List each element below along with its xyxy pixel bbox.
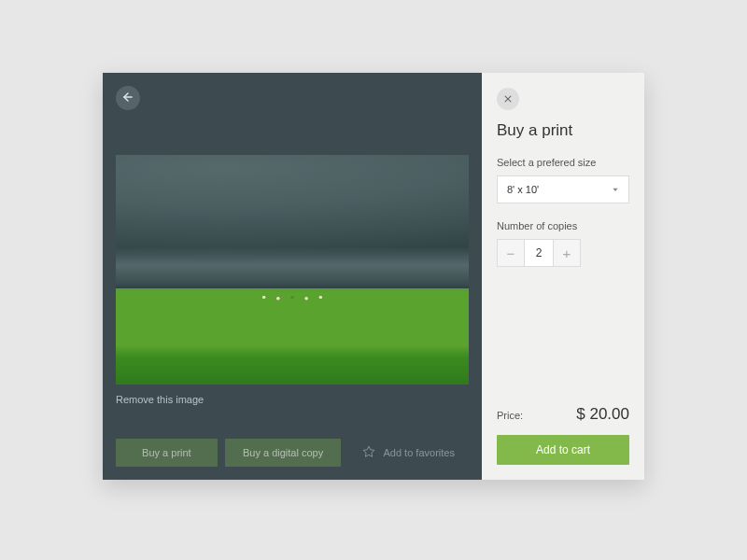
arrow-left-icon — [121, 91, 134, 106]
back-button[interactable] — [116, 86, 140, 110]
plus-icon: + — [563, 245, 571, 261]
price-value: $ 20.00 — [576, 405, 629, 424]
purchase-panel: Buy a print Select a prefered size 8' x … — [482, 73, 644, 480]
quantity-stepper: − 2 + — [497, 239, 581, 267]
buy-print-button[interactable]: Buy a print — [116, 439, 218, 467]
price-row: Price: $ 20.00 — [497, 405, 629, 424]
viewer-action-row: Buy a print Buy a digital copy Add to fa… — [116, 426, 469, 467]
preview-area: Remove this image — [116, 155, 469, 426]
chevron-down-icon — [612, 184, 619, 195]
remove-image-link[interactable]: Remove this image — [116, 394, 204, 405]
panel-title: Buy a print — [497, 121, 629, 140]
add-favorite-label: Add to favorites — [383, 447, 454, 458]
close-icon — [503, 92, 513, 106]
add-to-cart-button[interactable]: Add to cart — [497, 435, 629, 465]
purchase-modal: Remove this image Buy a print Buy a digi… — [103, 73, 644, 480]
quantity-increment[interactable]: + — [553, 239, 581, 267]
add-favorite-button[interactable]: Add to favorites — [348, 439, 469, 467]
close-button[interactable] — [497, 88, 519, 110]
quantity-value: 2 — [525, 239, 553, 267]
svg-marker-1 — [364, 446, 375, 456]
size-label: Select a prefered size — [497, 157, 629, 168]
copies-label: Number of copies — [497, 220, 629, 231]
price-label: Price: — [497, 410, 523, 421]
preview-image — [116, 155, 469, 385]
svg-marker-4 — [613, 189, 617, 191]
size-select[interactable]: 8' x 10' — [497, 175, 629, 203]
buy-digital-button[interactable]: Buy a digital copy — [225, 439, 342, 467]
image-viewer-pane: Remove this image Buy a print Buy a digi… — [103, 73, 482, 480]
star-icon — [362, 445, 375, 460]
size-select-value: 8' x 10' — [507, 184, 539, 195]
minus-icon: − — [507, 245, 515, 261]
quantity-decrement[interactable]: − — [497, 239, 525, 267]
